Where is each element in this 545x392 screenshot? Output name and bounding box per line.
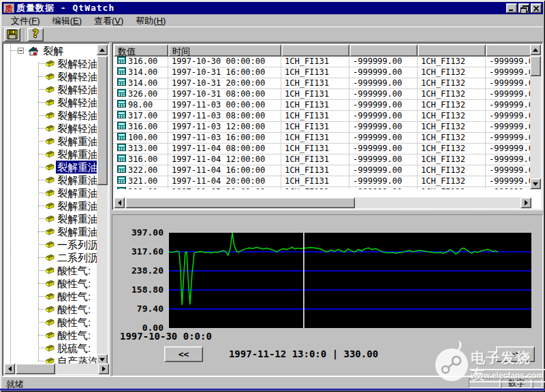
table-vertical-scrollbar[interactable] xyxy=(530,44,541,189)
tree-item[interactable]: 裂解重油 xyxy=(4,135,98,148)
column-header-3[interactable] xyxy=(281,44,349,56)
record-icon xyxy=(117,78,128,88)
tree-item[interactable]: 裂解重油 xyxy=(4,225,98,238)
table-row[interactable]: 314.001997-10-31 16:00:001CH_FI131-99999… xyxy=(114,67,531,78)
table-row[interactable]: 326.001997-10-31 08:00:001CH_FI131-99999… xyxy=(114,89,531,100)
help-button[interactable]: ? xyxy=(27,28,44,42)
minimize-button[interactable] xyxy=(506,3,517,13)
table-row[interactable]: 314.001997-10-31 20:00:001CH_FI131-99999… xyxy=(114,78,531,89)
scroll-up-button[interactable] xyxy=(530,44,541,55)
tree-item[interactable]: 裂解重油 xyxy=(4,174,98,186)
table-row[interactable]: 322.001997-11-04 16:00:001CH_FI131-99999… xyxy=(114,165,531,176)
scroll-right-button[interactable] xyxy=(98,363,109,374)
close-button[interactable] xyxy=(531,3,542,13)
cursor-time-value-label: 1997-11-12 13:0:0 | 330.00 xyxy=(112,348,495,359)
tree-item-label: 裂解重油 xyxy=(56,186,98,199)
table-row[interactable]: 100.001997-11-03 16:00:001CH_FI131-99999… xyxy=(114,133,531,144)
menu-item-e[interactable]: 编辑(E) xyxy=(46,15,88,27)
menu-item-f[interactable]: 文件(F) xyxy=(5,15,46,27)
tree-item[interactable]: 酸性气: xyxy=(4,290,98,303)
tag1-cell: 1CH_FI131 xyxy=(281,176,349,187)
tag2-value-cell: -999999.00 xyxy=(486,78,531,89)
tag1-cell: 1CH_FI131 xyxy=(281,187,349,189)
tree-connector xyxy=(11,50,18,51)
scroll-right-button[interactable] xyxy=(520,197,531,208)
scroll-down-button[interactable] xyxy=(530,178,541,189)
scrollbar-thumb[interactable] xyxy=(97,56,108,185)
collapse-icon[interactable] xyxy=(18,48,24,54)
tag1-cell: 1CH_FI131 xyxy=(281,133,349,144)
tree-panel: 裂解 裂解轻油裂解轻油裂解轻油裂解轻油裂解轻油裂解轻油裂解重油裂解重油裂解重油裂… xyxy=(2,42,110,376)
trend-line-chart xyxy=(169,233,531,328)
column-header-1[interactable]: 数值 xyxy=(114,44,168,56)
column-header-6[interactable] xyxy=(486,44,531,56)
tree-item[interactable]: 酸性气: xyxy=(4,303,98,316)
title-bar[interactable]: 质 质量数据 - QtWatch xyxy=(2,2,543,14)
table-row[interactable]: 316.001997-11-04 12:00:001CH_FI131-99999… xyxy=(114,154,531,165)
tree-item-label: 裂解轻油 xyxy=(56,70,98,83)
table-row[interactable]: 316.001997-10-30 00:00:001CH_FI131-99999… xyxy=(114,56,531,67)
menu-item-v[interactable]: 查看(V) xyxy=(88,15,129,27)
time-cell: 1997-11-04 20:00:00 xyxy=(168,176,281,187)
tree-vertical-scrollbar[interactable] xyxy=(97,44,108,365)
column-header-2[interactable]: 时间 xyxy=(168,44,281,56)
tree-item[interactable]: 裂解轻油 xyxy=(4,57,98,70)
tree-item[interactable]: 裂解重油 xyxy=(4,199,98,212)
value-cell: 98.00 xyxy=(114,100,168,111)
time-cell: 1997-11-05 00:00:00 xyxy=(168,187,281,189)
save-button[interactable] xyxy=(4,28,20,42)
tag2-cell: 1CH_FI132 xyxy=(418,133,486,144)
tag1-value-cell: -999999.00 xyxy=(349,67,418,78)
tag2-value-cell: -999999.00 xyxy=(486,100,531,111)
tree-item-label: 裂解重油 xyxy=(56,174,98,186)
tree-item[interactable]: 酸性气: xyxy=(4,264,98,277)
tree-item-root[interactable]: 裂解 xyxy=(4,44,98,57)
scrollbar-thumb[interactable] xyxy=(530,56,541,76)
tree-item[interactable]: 酸性气: xyxy=(4,316,98,329)
tree-item-label: 裂解轻油 xyxy=(56,83,98,96)
table-horizontal-scrollbar[interactable] xyxy=(114,197,531,208)
tag2-value-cell: -999999.00 xyxy=(486,165,531,176)
scrollbar-thumb[interactable] xyxy=(16,363,55,374)
table-row[interactable]: 321.001997-11-04 20:00:001CH_FI131-99999… xyxy=(114,176,531,187)
tag2-value-cell: -999999.00 xyxy=(486,122,531,133)
tree-item[interactable]: 裂解轻油 xyxy=(4,96,98,109)
tree-item[interactable]: 一系列沥 xyxy=(4,238,98,251)
tree-horizontal-scrollbar[interactable] xyxy=(4,363,109,374)
tree-item[interactable]: 酸性气: xyxy=(4,329,98,342)
tree-item-label: 一系列沥 xyxy=(56,238,98,251)
restore-button[interactable] xyxy=(518,3,529,13)
scroll-left-button[interactable] xyxy=(4,363,15,374)
tree-item[interactable]: 裂解重油 xyxy=(4,148,98,161)
next-button[interactable]: >> xyxy=(496,346,535,362)
scroll-up-button[interactable] xyxy=(97,44,108,55)
column-header-5[interactable] xyxy=(418,44,486,56)
scroll-left-button[interactable] xyxy=(114,197,125,208)
tree-item[interactable]: 裂解重油 xyxy=(4,212,98,225)
column-header-4[interactable] xyxy=(349,44,418,56)
tag1-value-cell: -999999.00 xyxy=(349,187,418,189)
tree-item[interactable]: 裂解重油 xyxy=(4,186,98,199)
table-row[interactable]: 313.001997-11-04 08:00:001CH_FI131-99999… xyxy=(114,144,531,154)
tree-item[interactable]: 裂解轻油 xyxy=(4,70,98,83)
menu-item-h[interactable]: 帮助(H) xyxy=(129,15,172,27)
tree-item-selected[interactable]: 裂解重油 xyxy=(4,161,98,174)
table-row[interactable]: 308.001997-11-05 00:00:001CH_FI131-99999… xyxy=(114,187,531,189)
value-cell: 316.00 xyxy=(114,154,168,165)
table-row[interactable]: 317.001997-11-03 08:00:001CH_FI131-99999… xyxy=(114,111,531,122)
table-row[interactable]: 98.001997-11-03 00:00:001CH_FI131-999999… xyxy=(114,100,531,111)
tree-item[interactable]: 二系列沥 xyxy=(4,251,98,264)
tree-item[interactable]: 裂解轻油 xyxy=(4,109,98,122)
trend-plot[interactable] xyxy=(169,233,531,328)
tree-item[interactable]: 脱硫气: xyxy=(4,342,98,355)
tree-item[interactable]: 裂解轻油 xyxy=(4,83,98,96)
tree-item[interactable]: 酸性气: xyxy=(4,277,98,290)
table-row[interactable]: 316.001997-11-03 12:00:001CH_FI131-99999… xyxy=(114,122,531,133)
tag2-cell: 1CH_FI132 xyxy=(418,100,486,111)
tree-item[interactable]: 裂解轻油 xyxy=(4,122,98,135)
value-cell: 313.00 xyxy=(114,144,168,154)
tree-item-label: 裂解重油 xyxy=(56,225,98,238)
tag2-cell: 1CH_FI132 xyxy=(418,56,486,67)
tree-item-label: 酸性气: xyxy=(56,277,92,290)
scrollbar-thumb[interactable] xyxy=(125,197,355,208)
